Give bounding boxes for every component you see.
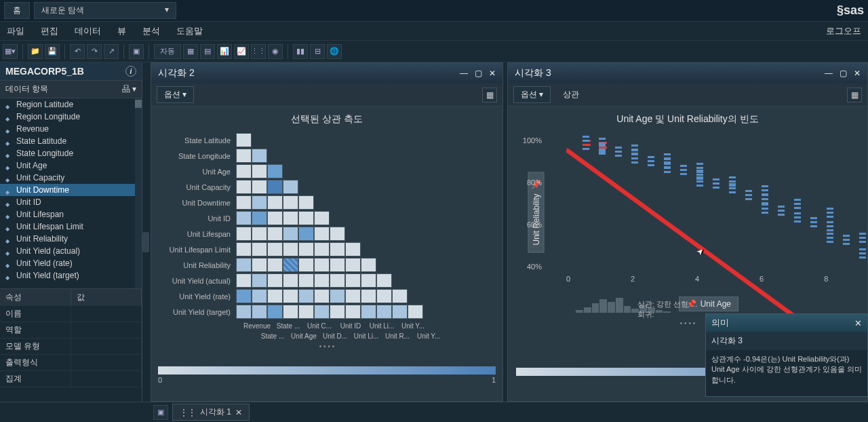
corr-cell[interactable] (330, 227, 345, 241)
data-point[interactable] (745, 190, 752, 192)
menu-file[interactable]: 파일 (7, 25, 24, 37)
data-item[interactable]: Revenue (0, 123, 142, 135)
logoff-link[interactable]: 로그오프 (826, 25, 861, 37)
corr-cell[interactable] (330, 242, 345, 256)
data-item[interactable]: State Longitude (0, 147, 142, 159)
corr-cell[interactable] (283, 273, 298, 288)
data-item[interactable]: Unit Yield (actual) (0, 245, 142, 257)
close-icon[interactable]: ✕ (854, 318, 862, 328)
data-point[interactable] (827, 208, 833, 210)
data-point[interactable] (794, 203, 801, 205)
corr-cell[interactable] (298, 258, 314, 272)
tab-viz1[interactable]: ⋮⋮ 시각화 1 ✕ (172, 404, 250, 421)
data-point[interactable] (827, 216, 833, 218)
data-point[interactable] (729, 191, 736, 193)
corr-cell[interactable] (314, 305, 330, 319)
data-item[interactable]: Unit Capacity (0, 172, 142, 184)
data-point[interactable] (729, 187, 736, 189)
data-point[interactable] (599, 149, 606, 151)
close-tab-icon[interactable]: ✕ (235, 408, 242, 417)
data-point[interactable] (794, 212, 801, 214)
corr-cell[interactable] (252, 227, 267, 241)
corr-cell[interactable] (298, 195, 314, 210)
data-item[interactable]: Unit Lifespan (0, 208, 142, 220)
corr-cell[interactable] (236, 227, 252, 241)
corr-cell[interactable] (283, 305, 298, 319)
data-point[interactable] (794, 199, 801, 201)
data-point[interactable] (745, 198, 752, 200)
minimize-icon[interactable]: — (460, 69, 468, 78)
data-point[interactable] (729, 183, 736, 185)
scatter-icon[interactable]: ⋮⋮ (251, 44, 266, 59)
corr-cell[interactable] (283, 258, 298, 272)
corr-cell[interactable] (252, 305, 267, 319)
menu-view[interactable]: 뷰 (117, 25, 126, 37)
data-point[interactable] (664, 171, 671, 173)
data-point[interactable] (827, 237, 833, 239)
corr-cell[interactable] (267, 242, 283, 256)
corr-cell[interactable] (330, 289, 345, 303)
data-item[interactable]: Region Latitude (0, 98, 142, 111)
data-point[interactable] (794, 220, 801, 223)
corr-cell[interactable] (330, 305, 345, 319)
data-point[interactable] (859, 241, 866, 243)
scrollbar-thumb[interactable] (135, 98, 142, 288)
corr-cell[interactable] (361, 273, 376, 288)
table-icon[interactable]: ▦ (183, 44, 198, 59)
data-item[interactable]: Unit Downtime (0, 184, 142, 196)
grid-dropdown-icon[interactable]: ▦▾ (3, 44, 18, 59)
close-icon[interactable]: ✕ (854, 69, 861, 78)
data-point[interactable] (762, 212, 768, 214)
corr-cell[interactable] (345, 289, 361, 303)
export-icon[interactable]: ↗ (104, 44, 119, 59)
corr-cell[interactable] (298, 242, 314, 256)
corr-cell[interactable] (314, 227, 330, 241)
close-icon[interactable]: ✕ (489, 69, 496, 78)
data-point[interactable] (583, 144, 591, 146)
props-row[interactable]: 역할 (0, 322, 142, 339)
data-point[interactable] (648, 164, 654, 166)
corr-cell[interactable] (314, 211, 330, 225)
corr-cell[interactable] (236, 133, 252, 147)
corr-cell[interactable] (236, 164, 252, 178)
corr-cell[interactable] (267, 211, 283, 225)
corr-cell[interactable] (267, 305, 283, 319)
maximize-icon[interactable]: ▢ (840, 69, 847, 78)
data-point[interactable] (664, 163, 671, 165)
corr-cell[interactable] (330, 258, 345, 272)
data-point[interactable] (631, 149, 638, 151)
data-point[interactable] (631, 157, 638, 159)
corr-cell[interactable] (392, 289, 408, 303)
redo-icon[interactable]: ↷ (87, 44, 102, 59)
data-item[interactable]: Unit Age (0, 159, 142, 172)
data-point[interactable] (762, 189, 768, 191)
corr-cell[interactable] (252, 180, 267, 194)
data-point[interactable] (631, 161, 638, 164)
data-point[interactable] (696, 163, 703, 165)
data-point[interactable] (696, 180, 703, 183)
data-point[interactable] (583, 136, 589, 138)
data-point[interactable] (648, 160, 654, 162)
corr-cell[interactable] (376, 289, 392, 303)
trellis-icon[interactable]: ▦ (482, 88, 497, 102)
data-point[interactable] (827, 221, 833, 223)
data-point[interactable] (827, 212, 833, 214)
corr-cell[interactable] (236, 273, 252, 288)
data-point[interactable] (615, 151, 622, 153)
corr-cell[interactable] (283, 289, 298, 303)
corr-cell[interactable] (376, 305, 392, 319)
corr-cell[interactable] (283, 227, 298, 241)
data-point[interactable] (762, 185, 768, 187)
corr-cell[interactable] (267, 195, 283, 210)
corr-cell[interactable] (252, 242, 267, 256)
correlation-tab[interactable]: 상관 (556, 87, 586, 102)
corr-cell[interactable] (267, 273, 283, 288)
maximize-icon[interactable]: ▢ (475, 69, 482, 78)
fullscreen-icon[interactable]: ▣ (129, 44, 144, 59)
data-point[interactable] (583, 140, 589, 142)
corr-cell[interactable] (236, 180, 252, 194)
data-point[interactable] (810, 221, 817, 223)
corr-cell[interactable] (267, 180, 283, 194)
crosstab-icon[interactable]: ▤ (200, 44, 215, 59)
data-point[interactable] (631, 153, 638, 155)
